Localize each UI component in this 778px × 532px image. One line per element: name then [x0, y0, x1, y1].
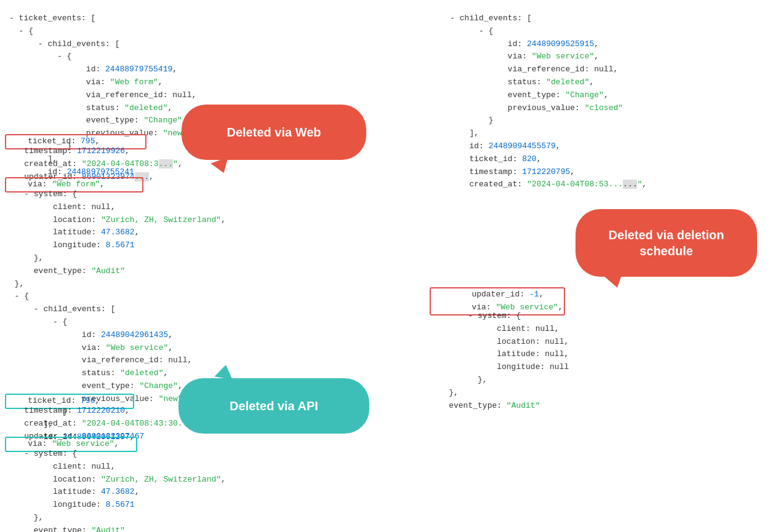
callout-deleted-via-api: Deleted via API — [178, 378, 369, 434]
callout-deleted-via-web: Deleted via Web — [182, 105, 366, 160]
left-code-panel: - ticket_events: [ - { - child_events: [… — [0, 6, 406, 526]
callout-schedule-text: Deleted via deletionschedule — [609, 227, 724, 259]
right-code-block: - child_events: [ - { id: 24489099525915… — [431, 12, 772, 191]
main-container: - ticket_events: [ - { - child_events: [… — [0, 0, 778, 532]
system-block-796: - system: { client: null, location: "Zur… — [5, 448, 226, 532]
timestamp-line-795: timestamp: 1712219926, created_at: "2024… — [5, 145, 183, 183]
callout-deleted-via-schedule: Deleted via deletionschedule — [575, 209, 757, 277]
system-block-820: - system: { client: null, location: null… — [430, 310, 569, 412]
timestamp-line-796: timestamp: 1712220210, created_at: "2024… — [5, 405, 202, 443]
right-code-panel: - child_events: [ - { id: 24489099525915… — [406, 6, 778, 526]
